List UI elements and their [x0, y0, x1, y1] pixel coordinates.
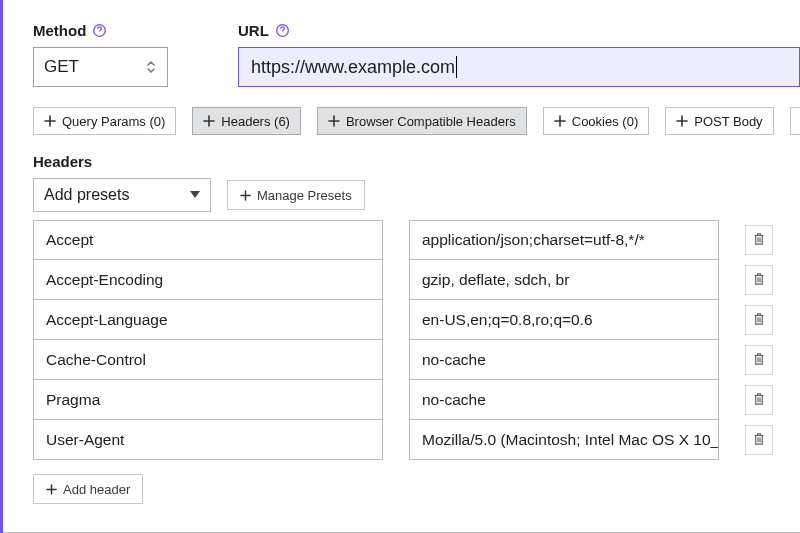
headers-table: Acceptapplication/json;charset=utf-8,*/*…	[33, 220, 800, 460]
tab-headers-6[interactable]: Headers (6)	[192, 107, 301, 135]
plus-icon	[240, 190, 251, 201]
chevron-up-down-icon	[145, 60, 157, 74]
tab-label: POST Body	[694, 114, 762, 129]
trash-icon	[753, 272, 765, 289]
help-icon[interactable]	[275, 23, 290, 38]
trash-icon	[753, 432, 765, 449]
tab-basic-auth[interactable]: Basic Auth	[790, 107, 800, 135]
plus-icon	[328, 115, 340, 127]
header-value-input[interactable]: no-cache	[409, 340, 719, 380]
tab-query-params-0[interactable]: Query Params (0)	[33, 107, 176, 135]
plus-icon	[203, 115, 215, 127]
header-value-input[interactable]: gzip, deflate, sdch, br	[409, 260, 719, 300]
delete-header-button[interactable]	[745, 225, 773, 255]
help-icon[interactable]	[92, 23, 107, 38]
url-label-row: URL	[238, 22, 800, 39]
method-label-row: Method	[33, 22, 168, 39]
header-key-input[interactable]: Accept	[33, 220, 383, 260]
trash-icon	[753, 392, 765, 409]
header-value-input[interactable]: no-cache	[409, 380, 719, 420]
method-label: Method	[33, 22, 86, 39]
header-key-input[interactable]: Accept-Language	[33, 300, 383, 340]
table-row: User-AgentMozilla/5.0 (Macintosh; Intel …	[33, 420, 800, 460]
trash-icon	[753, 352, 765, 369]
add-header-label: Add header	[63, 482, 130, 497]
presets-select-label: Add presets	[44, 186, 129, 204]
delete-header-button[interactable]	[745, 305, 773, 335]
header-value-input[interactable]: Mozilla/5.0 (Macintosh; Intel Mac OS X 1…	[409, 420, 719, 460]
plus-icon	[46, 484, 57, 495]
delete-header-button[interactable]	[745, 425, 773, 455]
delete-header-button[interactable]	[745, 265, 773, 295]
section-title: Headers	[33, 153, 800, 170]
trash-icon	[753, 232, 765, 249]
tab-cookies-0[interactable]: Cookies (0)	[543, 107, 649, 135]
tab-label: Cookies (0)	[572, 114, 638, 129]
table-row: Accept-Encodinggzip, deflate, sdch, br	[33, 260, 800, 300]
add-header-button[interactable]: Add header	[33, 474, 143, 504]
url-input[interactable]: https://www.example.com	[238, 47, 800, 87]
tab-label: Headers (6)	[221, 114, 290, 129]
delete-header-button[interactable]	[745, 385, 773, 415]
svg-marker-12	[190, 191, 200, 198]
url-input-value: https://www.example.com	[251, 57, 455, 78]
header-value-input[interactable]: application/json;charset=utf-8,*/*	[409, 220, 719, 260]
header-key-input[interactable]: Pragma	[33, 380, 383, 420]
url-label: URL	[238, 22, 269, 39]
plus-icon	[44, 115, 56, 127]
header-key-input[interactable]: Cache-Control	[33, 340, 383, 380]
table-row: Acceptapplication/json;charset=utf-8,*/*	[33, 220, 800, 260]
tab-post-body[interactable]: POST Body	[665, 107, 773, 135]
table-row: Accept-Languageen-US,en;q=0.8,ro;q=0.6	[33, 300, 800, 340]
manage-presets-button[interactable]: Manage Presets	[227, 180, 365, 210]
tab-label: Query Params (0)	[62, 114, 165, 129]
table-row: Pragmano-cache	[33, 380, 800, 420]
table-row: Cache-Controlno-cache	[33, 340, 800, 380]
plus-icon	[554, 115, 566, 127]
header-key-input[interactable]: Accept-Encoding	[33, 260, 383, 300]
header-value-input[interactable]: en-US,en;q=0.8,ro;q=0.6	[409, 300, 719, 340]
request-tab-bar: Query Params (0)Headers (6)Browser Compa…	[33, 107, 800, 135]
presets-select[interactable]: Add presets	[33, 178, 211, 212]
method-select[interactable]: GET	[33, 47, 168, 87]
header-key-input[interactable]: User-Agent	[33, 420, 383, 460]
plus-icon	[676, 115, 688, 127]
tab-label: Browser Compatible Headers	[346, 114, 516, 129]
trash-icon	[753, 312, 765, 329]
text-caret	[456, 56, 457, 78]
method-select-value: GET	[44, 57, 79, 77]
manage-presets-label: Manage Presets	[257, 188, 352, 203]
chevron-down-icon	[190, 188, 200, 202]
tab-browser-compatible-headers[interactable]: Browser Compatible Headers	[317, 107, 527, 135]
request-panel: Method GET URL	[0, 0, 800, 533]
delete-header-button[interactable]	[745, 345, 773, 375]
